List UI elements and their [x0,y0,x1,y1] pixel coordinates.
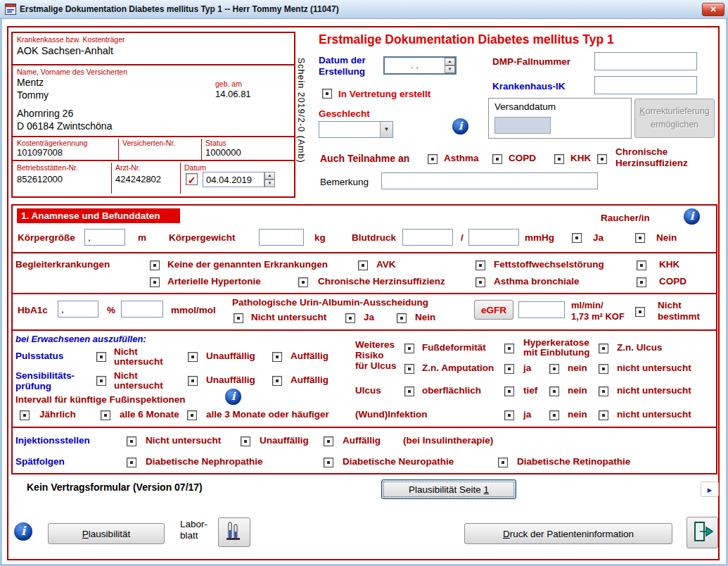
next-page-button[interactable]: ► [701,482,719,497]
wundinfektion-nein-checkbox[interactable] [549,410,559,420]
arzt-section: Betriebsstätten-Nr. 852612000 Arzt-Nr. 4… [13,161,294,196]
begleit-avk-checkbox[interactable] [358,260,368,270]
exit-icon [691,534,714,545]
intervall-3monate-checkbox[interactable] [187,410,197,420]
koerpergroesse-input[interactable] [84,229,125,246]
vnr-label: Versicherten-Nr. [122,139,175,147]
plausibilitaet-button[interactable]: Plausibilität [48,523,165,544]
urin-nicht-untersucht-label: Nicht untersucht [251,312,326,322]
risiko-nein-checkbox[interactable] [549,364,559,374]
begleit-fett-checkbox[interactable] [475,260,485,270]
begleit-herzinsuffizienz-checkbox[interactable] [298,277,308,287]
geschlecht-select[interactable]: ▼ [319,121,393,138]
risiko-fussdeformitaet-checkbox[interactable] [404,344,414,353]
spaetfolgen-neuropathie-checkbox[interactable] [324,458,333,467]
risiko-amputation-checkbox[interactable] [404,364,414,374]
begleit-khk-checkbox[interactable] [637,260,646,270]
pulsstatus-auffaellig-checkbox[interactable] [272,352,282,362]
egfr-nicht-bestimmt-checkbox[interactable] [635,307,645,317]
hba1c-mmol-input[interactable] [121,301,163,317]
egfr-unit-2: 1,73 m² KOF [571,311,625,322]
datum-checkbox[interactable]: ✓ [186,173,198,185]
pulsstatus-unauffaellig-checkbox[interactable] [188,352,198,362]
urin-ja-checkbox[interactable] [345,313,355,323]
egfr-input[interactable] [518,301,565,318]
risiko-zn-ulcus-checkbox[interactable] [599,344,608,353]
versicherter-section: Name, Vorname des Versicherten Mentz Tom… [13,65,294,137]
divider [201,139,202,160]
geschlecht-info-icon[interactable]: i [452,118,468,134]
intervall-6monate-checkbox[interactable] [101,410,110,420]
datum-erstellung-field[interactable]: . . ▲ ▼ [383,56,456,75]
egfr-button[interactable]: eGFR [474,300,513,320]
dmp-fallnummer-input[interactable] [594,52,697,70]
wundinfektion-nicht-untersucht-checkbox[interactable] [599,410,608,420]
spaetfolgen-retinopathie-checkbox[interactable] [498,458,508,467]
injektion-unauffaellig-checkbox[interactable] [241,436,250,446]
druck-patienteninformation-button[interactable]: Druck der Patienteninformation [464,523,672,544]
close-button[interactable]: ✕ [702,3,724,16]
ulcus-nicht-untersucht-checkbox[interactable] [599,386,608,396]
spin-up-button[interactable]: ▲ [264,172,275,180]
begleit-copd-checkbox[interactable] [637,277,646,287]
wundinfektion-ja-checkbox[interactable] [504,410,514,420]
sensibilitaet-nicht-untersucht-checkbox[interactable] [96,376,106,386]
korrekturlieferung-button[interactable]: Korrekturlieferung ermöglichen [634,99,715,138]
risiko-amputation-label: Z.n. Amputation [422,363,494,373]
spin-up-button[interactable]: ▲ [445,58,455,65]
laborblatt-label-1: Labor- [180,519,207,529]
vertretung-checkbox[interactable] [322,89,332,99]
ulcus-oberflaechlich-checkbox[interactable] [404,386,414,396]
koerpergewicht-label: Körpergewicht [169,232,236,243]
dropdown-arrow-icon[interactable]: ▼ [380,122,392,137]
risiko-ja-checkbox[interactable] [504,364,514,374]
datum-input[interactable] [203,172,264,187]
vertragsformular-note: Kein Vertragsformular (Version 07/17) [27,482,203,493]
teilnahme-asthma-checkbox[interactable] [428,154,438,164]
laborblatt-button[interactable] [218,517,250,547]
dmp-fallnummer-label: DMP-Fallnummer [492,56,570,67]
blutdruck-sys-input[interactable] [402,229,453,246]
krankenhaus-ik-input[interactable] [594,76,697,94]
spin-down-button[interactable]: ▼ [264,180,275,187]
teilnahme-asthma-label: Asthma [444,153,479,163]
spin-down-icon: ▼ [448,67,452,71]
koerpergewicht-input[interactable] [259,229,304,246]
teilnahme-herzinsuffizienz-checkbox[interactable] [597,154,607,164]
koerpergroesse-label: Körpergröße [18,232,75,243]
injektion-auffaellig-checkbox[interactable] [324,436,333,446]
spin-down-button[interactable]: ▼ [445,65,455,73]
ulcus-nein-checkbox[interactable] [549,386,559,396]
teilnahme-khk-checkbox[interactable] [554,154,564,164]
bemerkung-input[interactable] [381,172,598,189]
plausibilitaet-seite1-button[interactable]: Plausibilität Seite 1 [381,479,516,499]
intervall-info-icon[interactable]: i [225,389,241,405]
begleit-asthma-checkbox[interactable] [475,277,485,287]
footer-info-icon[interactable]: i [14,522,32,541]
blutdruck-dia-input[interactable] [468,229,519,246]
begleit-keine-checkbox[interactable] [150,260,160,270]
injektion-nicht-untersucht-checkbox[interactable] [127,436,136,446]
divider [111,163,112,194]
risiko-hyperkeratose-label-2: mit Einblutung [523,347,589,358]
raucher-info-icon[interactable]: i [684,208,700,225]
pulsstatus-nicht-untersucht-checkbox[interactable] [96,352,106,362]
raucher-ja-checkbox[interactable] [572,233,582,243]
risiko-nicht-untersucht-checkbox[interactable] [599,364,608,374]
spaetfolgen-nephropathie-checkbox[interactable] [127,458,136,467]
hba1c-input[interactable] [58,301,98,317]
egfr-nicht-bestimmt-label-2: bestimmt [658,311,700,322]
urin-nicht-untersucht-checkbox[interactable] [234,313,243,323]
sensibilitaet-auffaellig-checkbox[interactable] [272,376,282,386]
urin-nein-checkbox[interactable] [397,313,407,323]
risiko-hyperkeratose-checkbox[interactable] [504,344,514,353]
exit-button[interactable] [687,517,718,548]
teilnahme-copd-checkbox[interactable] [492,154,502,164]
intervall-jaehrlich-checkbox[interactable] [20,410,30,420]
raucher-nein-checkbox[interactable] [635,233,645,243]
begleit-hypertonie-checkbox[interactable] [150,277,160,287]
versanddatum-group: Versanddatum [488,98,632,139]
ulcus-tief-checkbox[interactable] [504,386,514,396]
info-glyph: i [21,524,25,538]
sensibilitaet-unauffaellig-checkbox[interactable] [188,376,198,386]
